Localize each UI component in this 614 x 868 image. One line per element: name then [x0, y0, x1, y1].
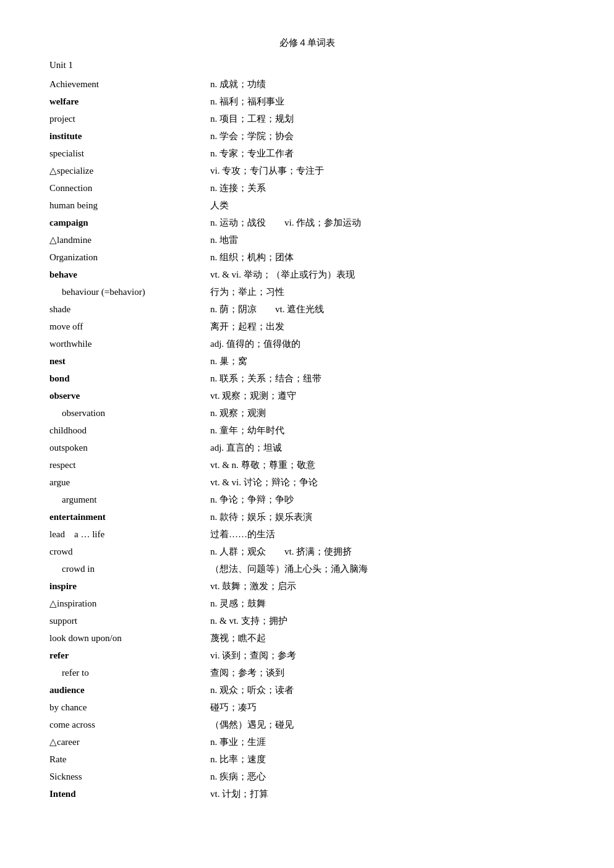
vocab-word: crowd in [49, 560, 210, 577]
vocab-definition: n. 童年；幼年时代 [210, 422, 565, 439]
vocab-definition: vi. 谈到；查阅；参考 [210, 647, 565, 664]
table-row: refer to查阅；参考；谈到 [49, 664, 565, 681]
vocab-word: bond [49, 370, 210, 387]
table-row: △inspirationn. 灵感；鼓舞 [49, 595, 565, 612]
vocab-definition: 离开；起程；出发 [210, 318, 565, 335]
vocab-word: behaviour (=behavior) [49, 283, 210, 300]
vocab-word: behave [49, 266, 210, 283]
table-row: inspirevt. 鼓舞；激发；启示 [49, 577, 565, 595]
table-row: campaignn. 运动；战役 vi. 作战；参加运动 [49, 214, 565, 231]
table-row: human being人类 [49, 197, 565, 214]
table-row: worthwhileadj. 值得的；值得做的 [49, 335, 565, 352]
vocab-word: refer to [49, 664, 210, 681]
vocab-definition: n. 组织；机构；团体 [210, 249, 565, 266]
vocab-definition: n. 连接；关系 [210, 179, 565, 197]
vocab-definition: vt. 观察；观测；遵守 [210, 387, 565, 404]
vocab-definition: vt. & vi. 讨论；辩论；争论 [210, 474, 565, 491]
vocab-definition: 过着……的生活 [210, 525, 565, 543]
vocab-definition: vt. & n. 尊敬；尊重；敬意 [210, 456, 565, 474]
vocab-definition: n. 疾病；恶心 [210, 768, 565, 785]
vocab-word: refer [49, 647, 210, 664]
vocab-definition: n. 福利；福利事业 [210, 93, 565, 110]
vocab-word: move off [49, 318, 210, 335]
vocab-table: Achievementn. 成就；功绩welfaren. 福利；福利事业proj… [49, 75, 565, 802]
vocab-definition: n. 项目；工程；规划 [210, 110, 565, 127]
table-row: projectn. 项目；工程；规划 [49, 110, 565, 127]
vocab-word: audience [49, 681, 210, 699]
table-row: welfaren. 福利；福利事业 [49, 93, 565, 110]
table-row: △landminen. 地雷 [49, 231, 565, 249]
vocab-definition: vt. 计划；打算 [210, 785, 565, 802]
table-row: entertainmentn. 款待；娱乐；娱乐表演 [49, 508, 565, 525]
table-row: observationn. 观察；观测 [49, 404, 565, 422]
vocab-word: entertainment [49, 508, 210, 525]
unit-label: Unit 1 [49, 60, 565, 70]
vocab-word: Rate [49, 751, 210, 768]
table-row: crowd in（想法、问题等）涌上心头；涌入脑海 [49, 560, 565, 577]
table-row: come across（偶然）遇见；碰见 [49, 716, 565, 733]
table-row: childhoodn. 童年；幼年时代 [49, 422, 565, 439]
table-row: △specializevi. 专攻；专门从事；专注于 [49, 162, 565, 179]
vocab-definition: n. 巢；窝 [210, 352, 565, 370]
vocab-word: lead a … life [49, 525, 210, 543]
vocab-word: crowd [49, 543, 210, 560]
vocab-word: specialist [49, 145, 210, 162]
vocab-word: shade [49, 300, 210, 318]
vocab-word: inspire [49, 577, 210, 595]
vocab-word: childhood [49, 422, 210, 439]
vocab-definition: n. 灵感；鼓舞 [210, 595, 565, 612]
table-row: by chance碰巧；凑巧 [49, 699, 565, 716]
vocab-definition: n. 观众；听众；读者 [210, 681, 565, 699]
table-row: Raten. 比率；速度 [49, 751, 565, 768]
vocab-word: campaign [49, 214, 210, 231]
vocab-definition: 蔑视；瞧不起 [210, 629, 565, 647]
vocab-word: observation [49, 404, 210, 422]
vocab-word: outspoken [49, 439, 210, 456]
table-row: supportn. & vt. 支持；拥护 [49, 612, 565, 629]
vocab-definition: vt. & vi. 举动；（举止或行为）表现 [210, 266, 565, 283]
vocab-definition: adj. 值得的；值得做的 [210, 335, 565, 352]
table-row: △careern. 事业；生涯 [49, 733, 565, 751]
table-row: arguevt. & vi. 讨论；辩论；争论 [49, 474, 565, 491]
vocab-word: Connection [49, 179, 210, 197]
vocab-word: Sickness [49, 768, 210, 785]
vocab-word: human being [49, 197, 210, 214]
page-title: 必修４单词表 [49, 37, 565, 49]
vocab-definition: （想法、问题等）涌上心头；涌入脑海 [210, 560, 565, 577]
vocab-word: △landmine [49, 231, 210, 249]
table-row: behavevt. & vi. 举动；（举止或行为）表现 [49, 266, 565, 283]
table-row: outspokenadj. 直言的；坦诚 [49, 439, 565, 456]
table-row: audiencen. 观众；听众；读者 [49, 681, 565, 699]
vocab-definition: n. 学会；学院；协会 [210, 127, 565, 145]
vocab-word: Achievement [49, 75, 210, 93]
table-row: refervi. 谈到；查阅；参考 [49, 647, 565, 664]
vocab-definition: n. & vt. 支持；拥护 [210, 612, 565, 629]
table-row: bondn. 联系；关系；结合；纽带 [49, 370, 565, 387]
vocab-definition: vt. 鼓舞；激发；启示 [210, 577, 565, 595]
table-row: observevt. 观察；观测；遵守 [49, 387, 565, 404]
table-row: move off离开；起程；出发 [49, 318, 565, 335]
vocab-word: △inspiration [49, 595, 210, 612]
vocab-word: respect [49, 456, 210, 474]
vocab-word: worthwhile [49, 335, 210, 352]
table-row: argumentn. 争论；争辩；争吵 [49, 491, 565, 508]
vocab-word: argue [49, 474, 210, 491]
table-row: Intendvt. 计划；打算 [49, 785, 565, 802]
vocab-definition: （偶然）遇见；碰见 [210, 716, 565, 733]
vocab-word: come across [49, 716, 210, 733]
vocab-definition: adj. 直言的；坦诚 [210, 439, 565, 456]
table-row: look down upon/on蔑视；瞧不起 [49, 629, 565, 647]
vocab-definition: 行为；举止；习性 [210, 283, 565, 300]
table-row: Organizationn. 组织；机构；团体 [49, 249, 565, 266]
vocab-word: welfare [49, 93, 210, 110]
table-row: shaden. 荫；阴凉 vt. 遮住光线 [49, 300, 565, 318]
vocab-word: △specialize [49, 162, 210, 179]
vocab-definition: n. 联系；关系；结合；纽带 [210, 370, 565, 387]
table-row: instituten. 学会；学院；协会 [49, 127, 565, 145]
table-row: behaviour (=behavior)行为；举止；习性 [49, 283, 565, 300]
vocab-word: argument [49, 491, 210, 508]
vocab-word: project [49, 110, 210, 127]
vocab-definition: n. 争论；争辩；争吵 [210, 491, 565, 508]
vocab-word: by chance [49, 699, 210, 716]
vocab-word: nest [49, 352, 210, 370]
